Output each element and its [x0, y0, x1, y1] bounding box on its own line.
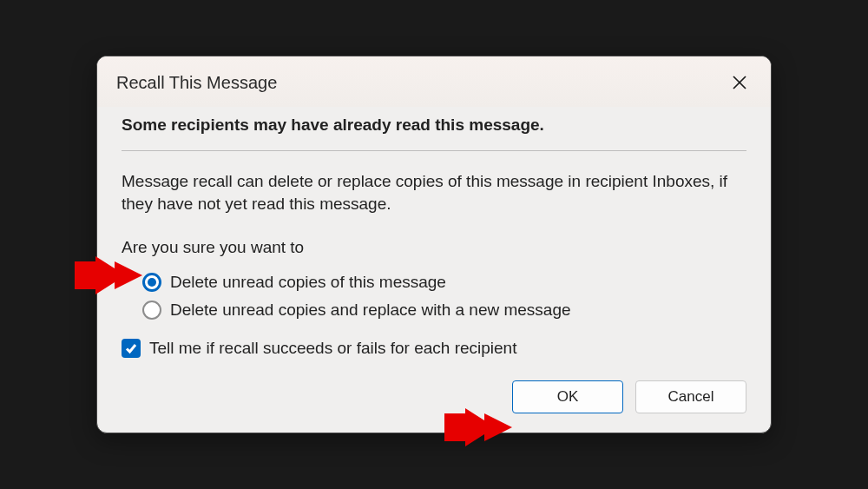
- dialog-body: Some recipients may have already read th…: [97, 107, 771, 432]
- notify-checkbox-label: Tell me if recall succeeds or fails for …: [149, 339, 516, 358]
- dialog-button-row: OK Cancel: [122, 380, 746, 413]
- dialog-titlebar: Recall This Message: [97, 56, 771, 107]
- option-delete-label: Delete unread copies of this message: [170, 273, 446, 292]
- ok-button-label: OK: [557, 388, 579, 406]
- radio-icon: [142, 273, 161, 292]
- divider: [122, 150, 746, 151]
- ok-button[interactable]: OK: [512, 380, 623, 413]
- cancel-button-label: Cancel: [668, 388, 714, 406]
- recall-message-dialog: Recall This Message Some recipients may …: [96, 56, 772, 433]
- warning-text: Some recipients may have already read th…: [122, 116, 746, 135]
- recall-options-group: Delete unread copies of this message Del…: [142, 273, 746, 320]
- cancel-button[interactable]: Cancel: [635, 380, 746, 413]
- option-delete-and-replace[interactable]: Delete unread copies and replace with a …: [142, 301, 746, 320]
- close-button[interactable]: [724, 67, 755, 98]
- option-delete-unread[interactable]: Delete unread copies of this message: [142, 273, 746, 292]
- description-text: Message recall can delete or replace cop…: [122, 170, 746, 215]
- close-icon: [732, 75, 747, 90]
- radio-icon: [142, 301, 161, 320]
- checkbox-icon: [122, 339, 141, 358]
- dialog-title: Recall This Message: [116, 73, 277, 93]
- notify-checkbox-row[interactable]: Tell me if recall succeeds or fails for …: [122, 339, 746, 358]
- option-replace-label: Delete unread copies and replace with a …: [170, 301, 571, 320]
- prompt-text: Are you sure you want to: [122, 238, 746, 257]
